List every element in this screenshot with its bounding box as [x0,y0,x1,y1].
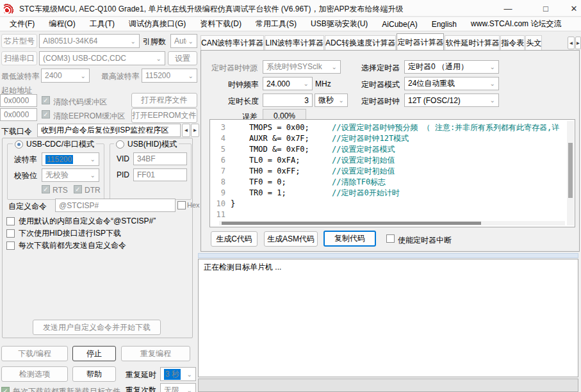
timer-length-input[interactable]: 3 [263,94,313,107]
pin-count-select[interactable]: Auto ⌄ [170,34,197,48]
line-number: 7 [210,166,225,177]
pid-input[interactable]: FF01 [133,168,187,181]
generate-asm-button[interactable]: 生成ASM代码 [264,231,318,247]
code-line: 4 AUXR &= 0x7F;//定时器时钟12T模式 [210,133,566,144]
check-options-button[interactable]: 检测选项 [1,366,68,382]
open-program-button[interactable]: 打开程序文件 [131,93,197,108]
custom-command-input[interactable]: @STCISP# [55,199,176,212]
menu-item[interactable]: 调试仿真接口(G) [122,19,193,29]
code-line: 9 TR0 = 1;//定时器0开始计时 [210,188,566,199]
option-label[interactable]: 使用默认的内部自定义命令“@STCISP#” [19,216,156,227]
app-logo-icon [4,3,14,13]
option-checkbox[interactable] [6,241,15,250]
menu-bar: 文件(F)编程(O)工具(T)调试仿真接口(G)资料下载(D)常用工具(S)US… [0,17,581,31]
menu-item[interactable]: USB驱动安装(U) [304,19,375,29]
send-custom-command-button[interactable]: 发送用户自定义命令并开始下载 [33,320,161,335]
clock-frequency-select[interactable]: 24.000 ⌄ [263,77,313,90]
clear-eeprom-label[interactable]: 清除EEPROM缓冲区 [53,111,125,122]
menu-item[interactable]: www.STCAI.com 论坛交流 [464,19,568,29]
repeat-count-select[interactable]: 无限 ⌄ [160,383,196,392]
code-line: 5 TMOD &= 0xF0;//设置定时器模式 [210,144,566,155]
copy-code-button[interactable]: 复制代码 [323,231,376,247]
hid-mode-title[interactable]: USB(HID)模式 [127,139,177,150]
timer-clock-source-select[interactable]: 系统时钟SYSclk ⌄ [263,60,341,74]
hid-mode-radio[interactable] [116,140,124,149]
enable-interrupt-label[interactable]: 使能定时器中断 [398,235,452,246]
generate-c-button[interactable]: 生成C代码 [211,231,258,247]
menu-item[interactable]: English [425,20,464,29]
scrollbar-thumb[interactable] [568,143,573,198]
hex-label[interactable]: Hex [187,201,200,209]
enable-interrupt-checkbox[interactable] [386,234,395,243]
code-editor[interactable]: 3 TMOPS = 0x00;//设置定时器时钟预分频 （ 注意:并非所有系列都… [209,119,575,227]
menu-item[interactable]: 文件(F) [3,19,42,29]
dtr-checkbox[interactable]: ✓ [74,185,82,193]
select-timer-select[interactable]: 定时器0 （通用） ⌄ [404,60,499,74]
eeprom-address-input[interactable]: 0x0000 [0,108,37,121]
tab-scroll-right-button[interactable]: ► [575,37,581,49]
option-checkbox[interactable] [6,229,15,238]
stop-button[interactable]: 停止 [72,346,116,361]
rts-checkbox[interactable]: ✓ [42,185,50,193]
menu-item[interactable]: 常用工具(S) [249,19,304,29]
open-eeprom-button[interactable]: 打开EEPROM文件 [131,108,197,123]
dtr-label[interactable]: DTR [85,186,101,195]
option-label[interactable]: 下次使用HID接口进行ISP下载 [19,228,121,239]
splitter[interactable] [198,253,578,258]
status-log[interactable]: 正在检测目标单片机 ... [198,259,578,377]
length-unit-select[interactable]: 微秒 ⌄ [315,94,348,107]
command-next-button[interactable]: ► [191,124,199,137]
option-label[interactable]: 每次下载前都先发送自定义命令 [19,240,126,251]
parity-select[interactable]: 无校验 ⌄ [42,168,99,182]
max-baud-select[interactable]: 115200 ⌄ [142,69,197,83]
repeat-program-button[interactable]: 重复编程 [121,346,190,361]
clear-code-checkbox[interactable]: ✓ [42,96,50,104]
tab[interactable]: CAN波特率计算器 [200,35,264,51]
vid-input[interactable]: 34BF [133,152,187,165]
tab[interactable]: LIN波特率计算器 [265,35,324,51]
line-number: 11 [210,209,225,220]
command-prev-button[interactable]: ◄ [182,124,190,137]
code-address-input[interactable]: 0x0000 [0,94,37,107]
reload-target-label[interactable]: 每次下载前都重新装载目标文件 [13,386,120,392]
repeat-delay-select[interactable]: 3 秒 ⌄ [160,367,196,381]
menu-item[interactable]: 工具(T) [83,19,122,29]
chip-model-select[interactable]: AI8051U-34K64 ⌄ [39,34,140,48]
chevron-down-icon: ⌄ [186,38,193,45]
timer-mode-label: 定时器模式 [361,79,400,90]
tab[interactable]: 指令表 [500,35,525,51]
menu-item[interactable]: AiCube(A) [375,20,424,29]
minimize-button[interactable]: — [494,0,522,17]
min-baud-select[interactable]: 2400 ⌄ [41,69,90,83]
tab[interactable]: 软件延时计算器 [445,35,500,51]
baud-rate-select[interactable]: 115200 ⌄ [42,152,99,166]
timer-mode-select[interactable]: 24位自动重载 ⌄ [404,77,499,90]
reload-target-checkbox[interactable]: ✓ [1,387,10,392]
clear-eeprom-checkbox[interactable]: ✓ [42,110,50,118]
vertical-scrollbar[interactable] [567,121,574,225]
tab[interactable]: ADC转换速度计算器 [325,35,396,51]
maximize-button[interactable]: □ [532,0,560,17]
rts-label[interactable]: RTS [53,186,68,195]
menu-item[interactable]: 资料下载(D) [193,19,249,29]
serial-mode-title[interactable]: USB-CDC/串口模式 [26,139,94,150]
settings-button[interactable]: 设置 [168,51,197,65]
hex-checkbox[interactable] [177,201,186,209]
tab-scroll-left-button[interactable]: ◄ [568,37,575,49]
code-comment: //定时器0开始计时 [332,188,400,197]
download-command-input[interactable]: 收到用户命令后复位到ISP监控程序区 [37,124,181,137]
tab[interactable]: 头文 [525,35,542,51]
help-button[interactable]: 帮助 [72,366,116,382]
timer-clock-select[interactable]: 12T (FOSC/12) ⌄ [404,94,499,107]
clear-code-label[interactable]: 清除代码缓冲区 [53,97,107,108]
download-program-button[interactable]: 下载/编程 [1,346,68,361]
menu-item[interactable]: 编程(O) [42,19,82,29]
chevron-down-icon: ⌄ [302,80,309,87]
tab[interactable]: 定时器计算器 [397,33,444,51]
horizontal-scrollbar[interactable] [219,221,565,225]
serial-port-select[interactable]: (COM3) USB-CDC,CDC ⌄ [39,51,165,65]
serial-mode-radio[interactable] [15,140,23,149]
option-checkbox[interactable] [6,217,15,225]
close-button[interactable]: ✕ [560,0,581,17]
scrollbar-thumb[interactable] [222,222,481,225]
